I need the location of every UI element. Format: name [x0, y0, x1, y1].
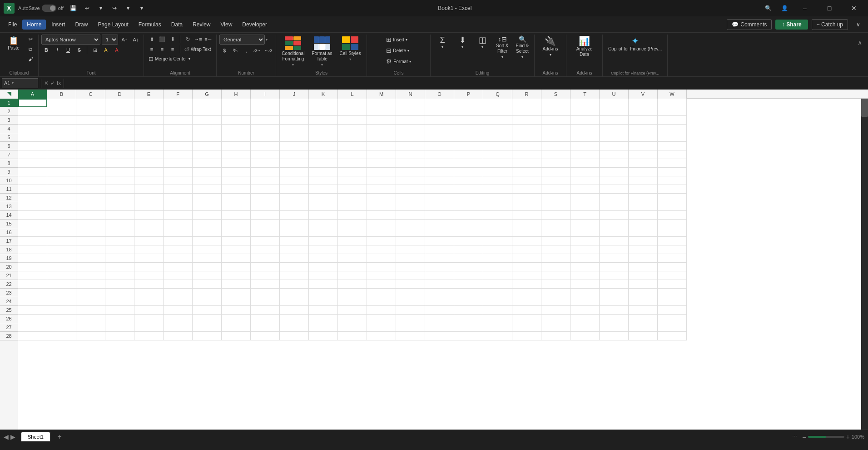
insert-button[interactable]: ⊞ Insert ▾	[384, 35, 410, 45]
cell-A27[interactable]	[18, 323, 47, 332]
cell-L6[interactable]	[338, 142, 367, 150]
cell-M9[interactable]	[367, 168, 396, 176]
row-header-23[interactable]: 23	[0, 289, 18, 297]
cell-W21[interactable]	[658, 271, 687, 280]
col-header-W[interactable]: W	[658, 90, 687, 99]
cell-B11[interactable]	[47, 185, 76, 194]
cell-D11[interactable]	[105, 185, 134, 194]
cell-B24[interactable]	[47, 297, 76, 306]
row-header-1[interactable]: 1	[0, 99, 18, 107]
cell-H14[interactable]	[222, 211, 251, 220]
col-header-S[interactable]: S	[541, 90, 570, 99]
cell-L9[interactable]	[338, 168, 367, 176]
cell-T2[interactable]	[570, 107, 600, 116]
cell-U24[interactable]	[600, 297, 629, 306]
cell-E1[interactable]	[134, 99, 164, 107]
cell-K23[interactable]	[309, 289, 338, 297]
cell-M22[interactable]	[367, 280, 396, 289]
cell-V7[interactable]	[629, 150, 658, 159]
cell-K8[interactable]	[309, 159, 338, 168]
font-size-select[interactable]: 11	[102, 35, 118, 45]
cell-C5[interactable]	[76, 133, 105, 142]
cell-K3[interactable]	[309, 116, 338, 125]
cell-E3[interactable]	[134, 116, 164, 125]
cell-Q19[interactable]	[483, 254, 512, 263]
cell-N16[interactable]	[396, 228, 425, 237]
cell-G12[interactable]	[193, 194, 222, 202]
cell-M1[interactable]	[367, 99, 396, 107]
cell-U14[interactable]	[600, 211, 629, 220]
cell-K12[interactable]	[309, 194, 338, 202]
cell-J18[interactable]	[280, 245, 309, 254]
cell-G25[interactable]	[193, 306, 222, 315]
cell-P14[interactable]	[454, 211, 483, 220]
cell-D25[interactable]	[105, 306, 134, 315]
undo-button[interactable]: ↩	[81, 2, 94, 15]
cell-I4[interactable]	[251, 125, 280, 133]
analyze-data-button[interactable]: 📊 Analyze Data	[574, 35, 595, 59]
cell-W11[interactable]	[658, 185, 687, 194]
cell-K27[interactable]	[309, 323, 338, 332]
cell-J25[interactable]	[280, 306, 309, 315]
cell-I18[interactable]	[251, 245, 280, 254]
cell-J24[interactable]	[280, 297, 309, 306]
cell-E24[interactable]	[134, 297, 164, 306]
cell-S28[interactable]	[541, 332, 570, 340]
cell-K6[interactable]	[309, 142, 338, 150]
cell-K28[interactable]	[309, 332, 338, 340]
cell-A26[interactable]	[18, 315, 47, 323]
cell-R4[interactable]	[512, 125, 541, 133]
cell-A17[interactable]	[18, 237, 47, 245]
cell-S9[interactable]	[541, 168, 570, 176]
cell-M19[interactable]	[367, 254, 396, 263]
col-header-F[interactable]: F	[164, 90, 193, 99]
cell-Q25[interactable]	[483, 306, 512, 315]
cell-V13[interactable]	[629, 202, 658, 211]
col-header-A[interactable]: A	[18, 90, 47, 99]
decimal-inc-button[interactable]: .0→	[252, 46, 262, 55]
cell-D8[interactable]	[105, 159, 134, 168]
cell-A12[interactable]	[18, 194, 47, 202]
menu-developer[interactable]: Developer	[238, 20, 272, 30]
zoom-out-button[interactable]: –	[803, 433, 806, 440]
cell-J21[interactable]	[280, 271, 309, 280]
cell-O7[interactable]	[425, 150, 454, 159]
currency-button[interactable]: $	[219, 46, 229, 55]
cell-O19[interactable]	[425, 254, 454, 263]
cell-P15[interactable]	[454, 220, 483, 228]
percent-button[interactable]: %	[230, 46, 240, 55]
cell-O22[interactable]	[425, 280, 454, 289]
cell-I21[interactable]	[251, 271, 280, 280]
cell-M5[interactable]	[367, 133, 396, 142]
row-header-25[interactable]: 25	[0, 306, 18, 315]
cell-B20[interactable]	[47, 263, 76, 271]
cell-A14[interactable]	[18, 211, 47, 220]
cell-G28[interactable]	[193, 332, 222, 340]
autosum-button[interactable]: Σ ▾	[433, 35, 451, 50]
cell-S17[interactable]	[541, 237, 570, 245]
cell-U15[interactable]	[600, 220, 629, 228]
cell-Q7[interactable]	[483, 150, 512, 159]
cell-G11[interactable]	[193, 185, 222, 194]
cell-E4[interactable]	[134, 125, 164, 133]
col-header-E[interactable]: E	[134, 90, 164, 99]
cell-A28[interactable]	[18, 332, 47, 340]
cell-S7[interactable]	[541, 150, 570, 159]
cell-D18[interactable]	[105, 245, 134, 254]
cell-D7[interactable]	[105, 150, 134, 159]
cell-E10[interactable]	[134, 176, 164, 185]
cell-M15[interactable]	[367, 220, 396, 228]
cell-C23[interactable]	[76, 289, 105, 297]
cell-P13[interactable]	[454, 202, 483, 211]
cell-D13[interactable]	[105, 202, 134, 211]
cell-L26[interactable]	[338, 315, 367, 323]
cell-F3[interactable]	[164, 116, 193, 125]
cell-R23[interactable]	[512, 289, 541, 297]
col-header-O[interactable]: O	[425, 90, 454, 99]
cell-K15[interactable]	[309, 220, 338, 228]
cell-F25[interactable]	[164, 306, 193, 315]
redo-dropdown[interactable]: ▾	[122, 2, 134, 15]
cell-N2[interactable]	[396, 107, 425, 116]
italic-button[interactable]: I	[52, 45, 62, 55]
cell-H8[interactable]	[222, 159, 251, 168]
